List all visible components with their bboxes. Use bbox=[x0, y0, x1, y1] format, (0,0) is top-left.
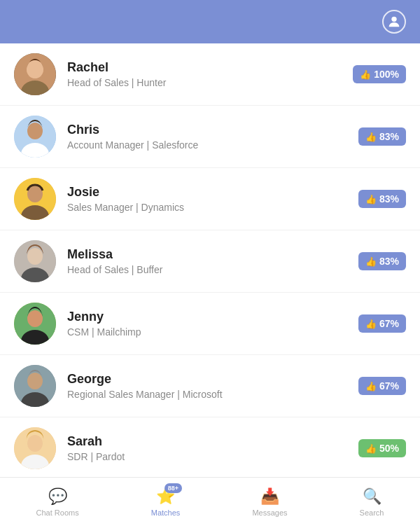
match-info-sarah: Sarah SDR | Pardot bbox=[67, 434, 358, 462]
thumb-icon: 👍 bbox=[360, 69, 371, 80]
nav-icon-search: 🔍 bbox=[363, 487, 382, 506]
match-info-george: George Regional Sales Manager | Microsof… bbox=[67, 372, 358, 400]
nav-badge-matches: 88+ bbox=[164, 483, 182, 493]
avatar-jenny bbox=[14, 303, 56, 345]
nav-icon-matches: ⭐88+ bbox=[156, 487, 175, 506]
match-name-sarah: Sarah bbox=[67, 434, 358, 449]
match-role-chris: Account Manager | Salesforce bbox=[67, 139, 358, 151]
svg-point-0 bbox=[391, 17, 396, 22]
match-score-josie: 👍 83% bbox=[358, 190, 406, 208]
nav-item-matches[interactable]: ⭐88+ Matches bbox=[143, 482, 189, 522]
match-info-rachel: Rachel Head of Sales | Hunter bbox=[67, 60, 353, 88]
svg-point-12 bbox=[27, 248, 43, 265]
match-info-chris: Chris Account Manager | Salesforce bbox=[67, 123, 358, 151]
match-item-rachel[interactable]: Rachel Head of Sales | Hunter 👍 100% bbox=[0, 43, 420, 106]
nav-label-matches: Matches bbox=[151, 508, 181, 517]
match-info-josie: Josie Sales Manager | Dynamics bbox=[67, 185, 358, 213]
match-score-george: 👍 67% bbox=[358, 377, 406, 395]
header bbox=[0, 0, 420, 43]
match-list: Rachel Head of Sales | Hunter 👍 100% Chr… bbox=[0, 43, 420, 477]
match-role-josie: Sales Manager | Dynamics bbox=[67, 202, 358, 213]
nav-item-search[interactable]: 🔍 Search bbox=[351, 482, 393, 522]
nav-item-chat-rooms[interactable]: 💬 Chat Rooms bbox=[28, 482, 88, 522]
match-item-jenny[interactable]: Jenny CSM | Mailchimp 👍 67% bbox=[0, 293, 420, 355]
match-role-melissa: Head of Sales | Buffer bbox=[67, 264, 358, 275]
match-info-jenny: Jenny CSM | Mailchimp bbox=[67, 310, 358, 338]
thumb-icon: 👍 bbox=[365, 443, 377, 454]
avatar-josie bbox=[14, 178, 56, 220]
match-item-josie[interactable]: Josie Sales Manager | Dynamics 👍 83% bbox=[0, 168, 420, 230]
match-name-george: George bbox=[67, 372, 358, 387]
thumb-icon: 👍 bbox=[365, 256, 377, 267]
match-role-sarah: SDR | Pardot bbox=[67, 451, 358, 462]
avatar-melissa bbox=[14, 240, 56, 282]
nav-icon-messages: 📥 bbox=[260, 487, 279, 506]
nav-label-messages: Messages bbox=[252, 508, 287, 517]
svg-point-4 bbox=[27, 60, 43, 78]
svg-point-6 bbox=[27, 123, 43, 139]
match-score-melissa: 👍 83% bbox=[358, 252, 406, 270]
avatar-chris bbox=[14, 116, 56, 158]
match-role-george: Regional Sales Manager | Microsoft bbox=[67, 389, 358, 400]
thumb-icon: 👍 bbox=[365, 319, 377, 329]
match-name-josie: Josie bbox=[67, 185, 358, 200]
thumb-icon: 👍 bbox=[365, 132, 377, 142]
nav-label-chat-rooms: Chat Rooms bbox=[36, 508, 79, 517]
match-name-melissa: Melissa bbox=[67, 247, 358, 262]
svg-point-18 bbox=[27, 373, 43, 389]
avatar-george bbox=[14, 365, 56, 407]
match-item-george[interactable]: George Regional Sales Manager | Microsof… bbox=[0, 355, 420, 417]
match-score-chris: 👍 83% bbox=[358, 127, 406, 146]
match-role-jenny: CSM | Mailchimp bbox=[67, 326, 358, 338]
match-name-chris: Chris bbox=[67, 123, 358, 137]
match-item-chris[interactable]: Chris Account Manager | Salesforce 👍 83% bbox=[0, 106, 420, 168]
avatar-rachel bbox=[14, 53, 56, 95]
thumb-icon: 👍 bbox=[365, 381, 377, 392]
avatar-sarah bbox=[14, 427, 56, 469]
match-item-melissa[interactable]: Melissa Head of Sales | Buffer 👍 83% bbox=[0, 230, 420, 293]
svg-point-21 bbox=[27, 435, 43, 452]
match-role-rachel: Head of Sales | Hunter bbox=[67, 77, 353, 88]
svg-point-15 bbox=[27, 310, 43, 327]
thumb-icon: 👍 bbox=[365, 194, 377, 205]
nav-icon-chat-rooms: 💬 bbox=[48, 487, 67, 506]
nav-label-search: Search bbox=[360, 508, 384, 517]
match-score-sarah: 👍 50% bbox=[358, 439, 406, 457]
match-info-melissa: Melissa Head of Sales | Buffer bbox=[67, 247, 358, 275]
match-score-jenny: 👍 67% bbox=[358, 314, 406, 333]
match-name-jenny: Jenny bbox=[67, 310, 358, 324]
bottom-nav: 💬 Chat Rooms ⭐88+ Matches 📥 Messages 🔍 S… bbox=[0, 477, 420, 526]
match-name-rachel: Rachel bbox=[67, 60, 353, 75]
profile-icon[interactable] bbox=[382, 10, 406, 34]
match-item-sarah[interactable]: Sarah SDR | Pardot 👍 50% bbox=[0, 417, 420, 477]
nav-item-messages[interactable]: 📥 Messages bbox=[244, 482, 295, 522]
match-score-rachel: 👍 100% bbox=[353, 65, 406, 83]
